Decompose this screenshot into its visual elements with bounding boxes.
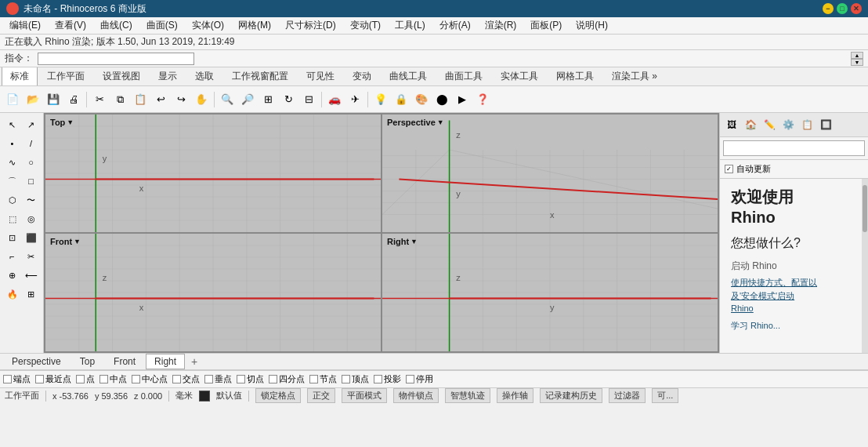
surface-tool[interactable]: ⬚ (4, 210, 21, 227)
circle-tool[interactable]: ○ (23, 154, 40, 171)
snap-item-点[interactable]: 点 (76, 373, 95, 385)
snap-checkbox-中点[interactable] (99, 375, 108, 383)
toolbar-tab-12[interactable]: 渲染工具 » (603, 67, 666, 86)
snap-item-交点[interactable]: 交点 (172, 373, 200, 385)
save-icon[interactable]: 💾 (44, 90, 63, 109)
snap-item-中点[interactable]: 中点 (99, 373, 127, 385)
snap-checkbox-节点[interactable] (309, 375, 318, 383)
menu-item-m[interactable]: 网格(M) (232, 17, 277, 34)
launch-rhino-link[interactable]: 使用快捷方式、配置以及'安全模式'启动Rhino (731, 276, 851, 315)
snap-checkbox-四分点[interactable] (269, 375, 277, 383)
menu-item-v[interactable]: 查看(V) (49, 17, 92, 34)
viewport-right-label[interactable]: Right ▼ (387, 237, 418, 246)
add-tab-button[interactable]: + (186, 354, 202, 369)
snap-checkbox-投影[interactable] (374, 375, 382, 383)
toolbar-tab-10[interactable]: 实体工具 (492, 67, 547, 86)
toolbar-tab-0[interactable]: 标准 (2, 67, 38, 86)
viewport-perspective-label[interactable]: Perspective ▼ (387, 118, 444, 127)
snap-tool[interactable]: ⊞ (23, 285, 40, 303)
snap-item-四分点[interactable]: 四分点 (269, 373, 305, 385)
snap-checkbox-最近点[interactable] (35, 375, 44, 383)
close-button[interactable]: ✕ (851, 3, 862, 14)
lock-icon[interactable]: 🔒 (392, 90, 410, 109)
snap-item-切点[interactable]: 切点 (237, 373, 264, 385)
command-input[interactable] (38, 53, 194, 65)
rotate-icon[interactable]: ↻ (279, 90, 298, 109)
toolbar-tab-11[interactable]: 网格工具 (548, 67, 602, 86)
viewport-perspective[interactable]: x y z Perspective ▼ (382, 114, 718, 233)
print-icon[interactable]: 🖨 (64, 90, 83, 109)
minimize-button[interactable]: − (823, 3, 834, 14)
extrude-tool[interactable]: ⊡ (4, 229, 21, 246)
copy-icon[interactable]: ⧉ (110, 90, 129, 109)
snap-item-停用[interactable]: 停用 (406, 373, 433, 385)
learn-rhino-link[interactable]: 学习 Rhino... (731, 320, 851, 332)
command-spinner[interactable]: ▲ ▼ (851, 52, 863, 66)
snap-checkbox-点[interactable] (76, 375, 85, 383)
menu-item-s[interactable]: 曲面(S) (140, 17, 184, 34)
snap-item-最近点[interactable]: 最近点 (35, 373, 71, 385)
spin-up[interactable]: ▲ (851, 52, 863, 59)
toolbar-tab-1[interactable]: 工作平面 (38, 67, 93, 86)
right-panel-search-input[interactable] (723, 140, 865, 156)
menu-item-e[interactable]: 编辑(E) (3, 17, 47, 34)
toolbar-tab-2[interactable]: 设置视图 (94, 67, 149, 86)
snap-item-垂点[interactable]: 垂点 (204, 373, 232, 385)
snap-checkbox-顶点[interactable] (342, 375, 350, 383)
line-tool[interactable]: / (23, 135, 40, 152)
snap-checkbox-停用[interactable] (406, 375, 414, 383)
menu-item-p[interactable]: 面板(P) (524, 17, 568, 34)
menu-item-t[interactable]: 变动(T) (344, 17, 387, 34)
snap-item-投影[interactable]: 投影 (374, 373, 401, 385)
rp-icon-5[interactable]: 📋 (798, 116, 816, 133)
view-tab-front[interactable]: Front (105, 354, 144, 369)
view-tab-perspective[interactable]: Perspective (3, 354, 70, 369)
status-btn-[interactable]: 操作轴 (497, 388, 533, 403)
titlebar-controls[interactable]: − □ ✕ (823, 3, 862, 14)
toolbar-tab-6[interactable]: 可见性 (298, 67, 343, 86)
menu-item-h[interactable]: 说明(H) (570, 17, 614, 34)
menu-item-l[interactable]: 工具(L) (389, 17, 432, 34)
rp-icon-6[interactable]: 🔲 (817, 116, 834, 133)
snap-checkbox-切点[interactable] (237, 375, 245, 383)
toolbar-tab-3[interactable]: 显示 (150, 67, 186, 86)
rp-icon-4[interactable]: ⚙️ (779, 116, 797, 133)
status-btn-[interactable]: 锁定格点 (255, 388, 301, 403)
right-panel-scrollbar[interactable] (862, 179, 868, 353)
render-icon[interactable]: ▶ (453, 90, 472, 109)
fillet-tool[interactable]: ⌐ (4, 248, 21, 265)
grid-icon[interactable]: ⊟ (299, 90, 318, 109)
point-tool[interactable]: • (4, 135, 21, 152)
curve-tool[interactable]: ∿ (4, 154, 21, 171)
arc-tool[interactable]: ⌒ (4, 173, 21, 190)
undo-icon[interactable]: ↩ (151, 90, 170, 109)
snap-checkbox-端点[interactable] (3, 375, 12, 383)
toolbar-tab-4[interactable]: 选取 (186, 67, 222, 86)
new-icon[interactable]: 📄 (3, 90, 22, 109)
status-btn-[interactable]: 智慧轨迹 (445, 388, 490, 403)
snap-checkbox-中心点[interactable] (132, 375, 140, 383)
zoom-out-icon[interactable]: 🔎 (238, 90, 257, 109)
rp-icon-1[interactable]: 🖼 (723, 116, 740, 133)
status-btn-[interactable]: 过滤器 (609, 388, 646, 403)
fly-icon[interactable]: ✈ (345, 90, 364, 109)
toolbar-tab-7[interactable]: 变动 (344, 67, 380, 86)
snap-item-中心点[interactable]: 中心点 (132, 373, 168, 385)
status-btn-[interactable]: 可... (652, 388, 678, 403)
dim-tool[interactable]: ⟵ (23, 267, 40, 284)
menu-item-d[interactable]: 尺寸标注(D) (279, 17, 342, 34)
auto-update-checkbox[interactable]: ✓ (725, 165, 733, 173)
maximize-button[interactable]: □ (837, 3, 848, 14)
spin-down[interactable]: ▼ (851, 59, 863, 66)
status-btn-[interactable]: 平面模式 (342, 388, 387, 403)
menu-item-a[interactable]: 分析(A) (433, 17, 477, 34)
flame-tool[interactable]: 🔥 (4, 285, 21, 303)
snap-checkbox-交点[interactable] (172, 375, 181, 383)
viewport-front[interactable]: x z Front ▼ (45, 233, 382, 352)
snap-item-节点[interactable]: 节点 (309, 373, 337, 385)
zoom-ext-icon[interactable]: ⊞ (259, 90, 277, 109)
snap-checkbox-垂点[interactable] (204, 375, 213, 383)
menu-item-r[interactable]: 渲染(R) (479, 17, 523, 34)
view-tab-right[interactable]: Right (146, 354, 185, 369)
rp-icon-3[interactable]: ✏️ (761, 116, 778, 133)
